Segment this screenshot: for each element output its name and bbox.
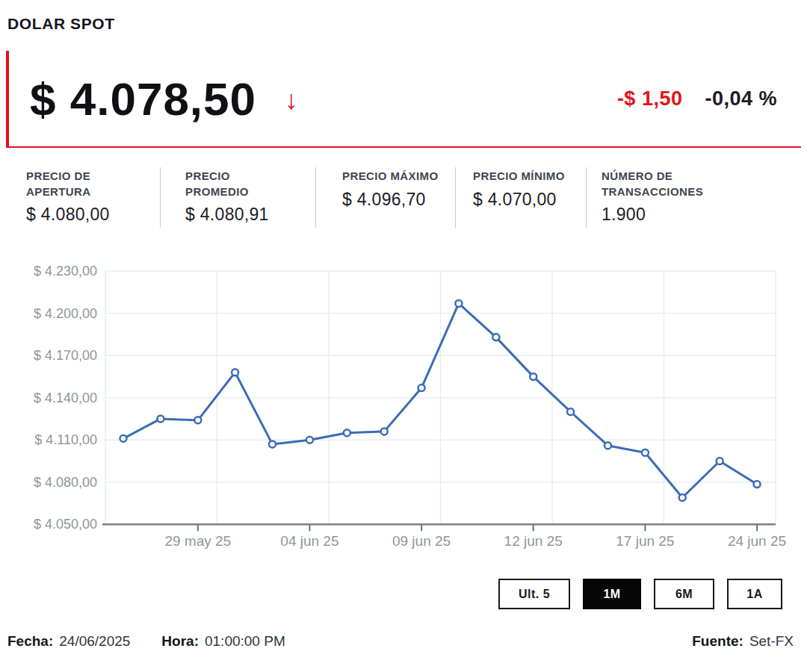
- fecha-value: 24/06/2025: [59, 633, 130, 650]
- data-point-marker: [567, 408, 574, 415]
- stat-numero-transacciones: NÚMERO DE TRANSACCIONES 1.900: [587, 167, 801, 228]
- range-button-1m[interactable]: 1M: [583, 579, 641, 609]
- data-point-marker: [642, 449, 649, 456]
- stat-label-line: NÚMERO DE: [602, 169, 801, 184]
- y-axis-label: $ 4.140,00: [34, 391, 97, 405]
- stat-label: PRECIO MÍNIMO: [473, 169, 586, 184]
- x-axis-label: 12 jun 25: [504, 534, 563, 550]
- footer: Fecha: 24/06/2025 Hora: 01:00:00 PM Fuen…: [7, 633, 794, 650]
- price-chart: $ 4.230,00$ 4.200,00$ 4.170,00$ 4.140,00…: [0, 250, 807, 567]
- price-change-percent: -0,04 %: [705, 87, 777, 111]
- hora-label: Hora:: [161, 633, 199, 650]
- data-point-marker: [344, 430, 350, 437]
- y-axis-label: $ 4.110,00: [34, 433, 97, 448]
- stat-value: 1.900: [602, 205, 801, 225]
- range-selector: Ult. 5 1M 6M 1A: [0, 579, 782, 609]
- stat-value: $ 4.070,00: [473, 190, 586, 210]
- page-title: DOLAR SPOT: [7, 15, 807, 33]
- stat-label-line: PRECIO DE: [26, 169, 160, 184]
- data-point-marker: [754, 481, 761, 488]
- y-axis-label: $ 4.230,00: [34, 264, 97, 279]
- data-point-marker: [492, 334, 499, 340]
- range-button-ult5[interactable]: Ult. 5: [498, 579, 570, 609]
- fecha-label: Fecha:: [7, 633, 53, 650]
- stat-label: NÚMERO DE TRANSACCIONES: [602, 169, 801, 199]
- data-point-marker: [381, 429, 388, 435]
- data-point-marker: [418, 385, 425, 391]
- stat-precio-minimo: PRECIO MÍNIMO $ 4.070,00: [456, 167, 587, 228]
- stat-label: PRECIO MÁXIMO: [342, 169, 455, 184]
- stat-label-line: PRECIO MÍNIMO: [473, 169, 586, 184]
- stat-value: $ 4.080,00: [26, 205, 160, 225]
- y-axis-label: $ 4.050,00: [34, 517, 97, 532]
- current-price-panel: $ 4.078,50 ↓ -$ 1,50 -0,04 %: [6, 51, 801, 148]
- data-point-marker: [455, 300, 462, 307]
- y-axis-label: $ 4.080,00: [34, 475, 97, 490]
- price-chart-svg: $ 4.230,00$ 4.200,00$ 4.170,00$ 4.140,00…: [0, 250, 807, 567]
- fuente-value: Set-FX: [749, 633, 794, 650]
- price-change-absolute: -$ 1,50: [617, 87, 683, 111]
- stat-precio-maximo: PRECIO MÁXIMO $ 4.096,70: [316, 167, 456, 228]
- stat-value: $ 4.096,70: [342, 190, 455, 210]
- range-button-1a[interactable]: 1A: [727, 579, 782, 609]
- stat-label: PRECIO DE APERTURA: [26, 169, 160, 199]
- data-point-marker: [717, 458, 723, 464]
- data-point-marker: [120, 435, 127, 442]
- data-point-marker: [232, 370, 238, 376]
- data-point-marker: [306, 437, 313, 444]
- stat-precio-promedio: PRECIO PROMEDIO $ 4.080,91: [161, 167, 316, 228]
- stat-label-line: PRECIO MÁXIMO: [342, 169, 455, 184]
- data-point-marker: [530, 373, 537, 380]
- fuente-label: Fuente:: [692, 633, 743, 650]
- stat-label-line: TRANSACCIONES: [602, 184, 801, 200]
- data-point-marker: [679, 494, 686, 501]
- stat-label-line: PROMEDIO: [185, 184, 315, 200]
- x-axis-label: 09 jun 25: [392, 534, 451, 550]
- stat-label-line: APERTURA: [26, 184, 160, 200]
- data-point-marker: [157, 416, 164, 423]
- hora-value: 01:00:00 PM: [205, 633, 285, 650]
- data-point-marker: [269, 441, 276, 448]
- x-axis-label: 17 jun 25: [616, 534, 674, 550]
- current-price: $ 4.078,50: [30, 72, 256, 125]
- data-point-marker: [605, 443, 611, 449]
- down-arrow-icon: ↓: [285, 84, 298, 116]
- stat-label: PRECIO PROMEDIO: [185, 169, 315, 199]
- x-axis-label: 24 jun 25: [728, 534, 786, 550]
- stat-value: $ 4.080,91: [185, 205, 315, 225]
- y-axis-label: $ 4.200,00: [34, 306, 97, 321]
- data-point-marker: [194, 417, 201, 424]
- stat-label-line: PRECIO: [185, 169, 315, 184]
- y-axis-label: $ 4.170,00: [34, 348, 97, 363]
- stat-precio-apertura: PRECIO DE APERTURA $ 4.080,00: [6, 167, 161, 228]
- x-axis-label: 04 jun 25: [280, 534, 338, 550]
- stats-row: PRECIO DE APERTURA $ 4.080,00 PRECIO PRO…: [6, 167, 801, 228]
- range-button-6m[interactable]: 6M: [654, 579, 714, 609]
- x-axis-label: 29 may 25: [164, 534, 231, 550]
